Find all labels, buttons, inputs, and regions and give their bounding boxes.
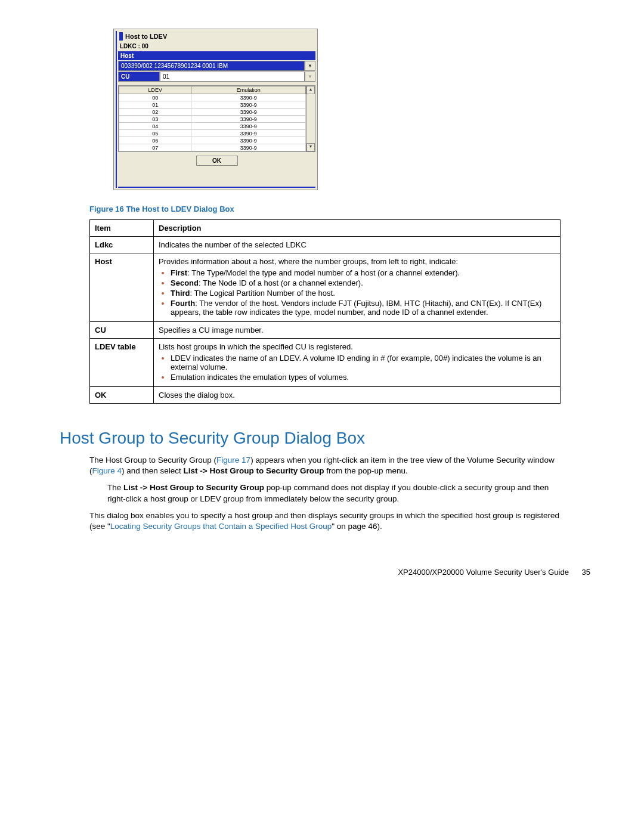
ldev-table-wrap: LDEV Emulation 003390-9 013390-9 023390-… (118, 85, 315, 152)
dialog-button-row: OK (118, 152, 315, 185)
emul-cell: 3390-9 (191, 130, 306, 137)
emul-cell: 3390-9 (191, 137, 306, 144)
p1-mid2: ) and then select (122, 466, 184, 475)
ldev-cell: 02 (119, 109, 191, 116)
page-number: 35 (582, 568, 590, 577)
cu-row: CU 01 ▼ (118, 72, 315, 82)
desc-ok: Closes the dialog box. (154, 387, 561, 404)
list-item: Fourth: The vendor of the host. Vendors … (171, 299, 555, 317)
ok-button[interactable]: OK (196, 156, 238, 166)
chevron-down-icon-disabled: ▼ (308, 74, 312, 79)
ldev-col-header: LDEV (119, 86, 191, 94)
first-rest: : The Type/Model the type and model numb… (187, 268, 460, 277)
dialog-titlebar: Host to LDEV (118, 31, 315, 42)
table-row[interactable]: 033390-9 (119, 116, 306, 123)
host-to-ldev-dialog: Host to LDEV LDKC : 00 Host 003390/002 1… (113, 29, 318, 190)
table-row[interactable]: 003390-9 (119, 94, 306, 101)
second-rest: : The Node ID of a host (or a channel ex… (199, 278, 363, 287)
desc-ldkc: Indicates the number of the selected LDK… (154, 237, 561, 253)
scroll-up-icon[interactable]: ▴ (306, 86, 315, 94)
list-item: First: The Type/Model the type and model… (171, 268, 555, 277)
ldev-scrollbar[interactable]: ▴ ▾ (306, 86, 315, 151)
p3-end: " on page 46). (332, 522, 382, 531)
ldev-cell: 03 (119, 116, 191, 123)
host-select-row: 003390/002 12345678901234 0001 IBM ▼ (118, 61, 315, 71)
cu-value: 01 (160, 72, 305, 82)
para-3: This dialog box enables you to specify a… (89, 510, 561, 532)
item-ldev-table: LDEV table (90, 339, 154, 387)
footer-title: XP24000/XP20000 Volume Security User's G… (398, 568, 568, 577)
ldev-intro: Lists host groups in which the specified… (159, 342, 353, 351)
host-section-header: Host (118, 51, 315, 60)
desc-row-ldkc: Ldkc Indicates the number of the selecte… (90, 237, 561, 253)
page-footer: XP24000/XP20000 Volume Security User's G… (89, 568, 590, 577)
table-row[interactable]: 013390-9 (119, 101, 306, 109)
link-locating-security-groups[interactable]: Locating Security Groups that Contain a … (110, 522, 332, 531)
host-list: First: The Type/Model the type and model… (159, 268, 555, 317)
emul-cell: 3390-9 (191, 101, 306, 109)
emul-cell: 3390-9 (191, 94, 306, 101)
ldev-cell: 00 (119, 94, 191, 101)
emul-cell: 3390-9 (191, 116, 306, 123)
p1-bold: List -> Host Group to Security Group (184, 466, 324, 475)
ldev-cell: 07 (119, 144, 191, 151)
fourth-rest: : The vendor of the host. Vendors includ… (171, 299, 541, 317)
table-row[interactable]: 073390-9 (119, 144, 306, 151)
p2-pre: The (107, 483, 123, 492)
second-label: Second (171, 278, 199, 287)
ldev-table: LDEV Emulation 003390-9 013390-9 023390-… (119, 86, 306, 151)
dialog-bottom-accent (118, 187, 315, 188)
host-dropdown-button[interactable]: ▼ (305, 61, 315, 71)
description-table: Item Description Ldkc Indicates the numb… (89, 219, 561, 404)
para-1: The Host Group to Security Group (Figure… (89, 455, 561, 476)
emulation-col-header: Emulation (191, 86, 306, 94)
ldev-cell: 04 (119, 123, 191, 130)
ldev-cell: 05 (119, 130, 191, 137)
table-row[interactable]: 063390-9 (119, 137, 306, 144)
link-figure-17[interactable]: Figure 17 (216, 456, 250, 465)
ldev-suffix: table (116, 342, 136, 351)
figure-caption: Figure 16 The Host to LDEV Dialog Box (89, 205, 584, 213)
th-item: Item (90, 220, 154, 237)
cu-dropdown-button[interactable]: ▼ (305, 72, 315, 82)
ldkc-label: LDKC : 00 (118, 42, 315, 51)
item-cu: CU (90, 322, 154, 339)
first-label: First (171, 268, 187, 277)
list-item: Second: The Node ID of a host (or a chan… (171, 278, 555, 287)
dialog-title: Host to LDEV (125, 33, 167, 40)
desc-host: Provides information about a host, where… (154, 253, 561, 322)
item-host: Host (90, 253, 154, 322)
ldev-prefix: LDEV (95, 342, 116, 351)
ldev-cell: 06 (119, 137, 191, 144)
host-value: 003390/002 12345678901234 0001 IBM (118, 61, 305, 71)
p1-pre: The Host Group to Security Group ( (89, 456, 216, 465)
fourth-label: Fourth (171, 299, 195, 308)
table-row[interactable]: 043390-9 (119, 123, 306, 130)
link-figure-4[interactable]: Figure 4 (92, 466, 122, 475)
table-row[interactable]: 053390-9 (119, 130, 306, 137)
th-description: Description (154, 220, 561, 237)
section-heading: Host Group to Security Group Dialog Box (60, 429, 584, 448)
dialog-inner: Host to LDEV LDKC : 00 Host 003390/002 1… (116, 31, 315, 188)
desc-ldev-table: Lists host groups in which the specified… (154, 339, 561, 387)
desc-row-ok: OK Closes the dialog box. (90, 387, 561, 404)
third-rest: : The Logical Partition Number of the ho… (190, 289, 335, 298)
desc-row-host: Host Provides information about a host, … (90, 253, 561, 322)
desc-row-cu: CU Specifies a CU image number. (90, 322, 561, 339)
host-intro: Provides information about a host, where… (159, 257, 458, 266)
list-item: LDEV indicates the name of an LDEV. A vo… (171, 354, 555, 371)
scroll-down-icon[interactable]: ▾ (306, 143, 315, 151)
ldev-cell: 01 (119, 101, 191, 109)
ldev-list: LDEV indicates the name of an LDEV. A vo… (159, 354, 555, 382)
emul-cell: 3390-9 (191, 144, 306, 151)
chevron-down-icon: ▼ (308, 63, 312, 69)
item-ok: OK (90, 387, 154, 404)
para-2: The List -> Host Group to Security Group… (107, 482, 561, 504)
p2-bold: List -> Host Group to Security Group (123, 483, 264, 492)
list-item: Emulation indicates the emulation types … (171, 373, 555, 382)
cu-section-header: CU (118, 72, 160, 82)
title-accent (119, 32, 123, 41)
table-row[interactable]: 023390-9 (119, 109, 306, 116)
item-ldkc: Ldkc (90, 237, 154, 253)
list-item: Third: The Logical Partition Number of t… (171, 289, 555, 298)
